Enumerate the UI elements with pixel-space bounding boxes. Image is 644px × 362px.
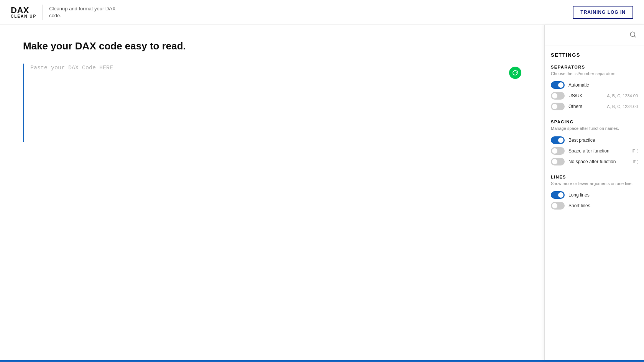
settings-panel: SETTINGS SEPARATORS Choose the list/numb… — [545, 46, 644, 225]
separator-usuk-row: US/UK A, B, C, 1234.00 — [551, 92, 638, 100]
header-tagline: Cleanup and format your DAX code. — [49, 5, 126, 19]
separator-automatic-label: Automatic — [568, 82, 589, 88]
spacing-title: SPACING — [551, 120, 638, 124]
separator-automatic-row: Automatic — [551, 81, 638, 89]
spacing-space-after-row: Space after function IF ( — [551, 147, 638, 155]
spacing-bestpractice-label: Best practice — [568, 138, 595, 143]
spacing-no-space-toggle[interactable] — [551, 158, 565, 165]
refresh-icon — [512, 70, 518, 76]
logo: DAX CLEAN UP — [11, 6, 36, 18]
separator-automatic-toggle[interactable] — [551, 81, 565, 89]
logo-divider — [43, 5, 43, 20]
separator-others-toggle[interactable] — [551, 103, 565, 110]
logo-cleanup: CLEAN UP — [11, 15, 36, 18]
lines-short-row: Short lines — [551, 202, 638, 210]
spacing-space-after-toggle[interactable] — [551, 147, 565, 155]
footer-bar — [0, 360, 644, 362]
lines-title: LINES — [551, 175, 638, 179]
spacing-no-space-hint: IF( — [633, 159, 638, 164]
lines-long-label: Long lines — [568, 192, 590, 198]
lines-section: LINES Show more or fewer arguments on on… — [551, 175, 638, 210]
separators-title: SEPARATORS — [551, 65, 638, 69]
svg-line-1 — [634, 36, 635, 37]
separator-usuk-label: US/UK — [568, 93, 583, 98]
lines-desc: Show more or fewer arguments on one line… — [551, 181, 638, 187]
separator-others-hint: A; B; C, 1234.00 — [607, 104, 638, 109]
separators-section: SEPARATORS Choose the list/number separa… — [551, 65, 638, 110]
header-left: DAX CLEAN UP Cleanup and format your DAX… — [11, 5, 126, 20]
separator-usuk-toggle[interactable] — [551, 92, 565, 100]
search-icon — [629, 31, 636, 38]
separator-others-label: Others — [568, 104, 582, 109]
content-area: Make your DAX code easy to read. — [0, 25, 544, 360]
page-title: Make your DAX code easy to read. — [23, 40, 529, 52]
settings-title: SETTINGS — [551, 52, 638, 58]
search-button[interactable] — [628, 29, 638, 41]
lines-short-toggle[interactable] — [551, 202, 565, 210]
spacing-no-space-row: No space after function IF( — [551, 158, 638, 165]
spacing-no-space-label: No space after function — [568, 159, 616, 164]
logo-dax: DAX — [11, 6, 36, 15]
lines-long-row: Long lines — [551, 191, 638, 199]
header: DAX CLEAN UP Cleanup and format your DAX… — [0, 0, 644, 25]
search-bar — [545, 25, 644, 46]
dax-code-input[interactable] — [30, 64, 529, 140]
editor-wrapper — [23, 64, 529, 142]
main-area: Make your DAX code easy to read. SETTING… — [0, 25, 644, 360]
separators-desc: Choose the list/number separators. — [551, 71, 638, 77]
spacing-space-after-hint: IF ( — [632, 149, 638, 153]
lines-long-toggle[interactable] — [551, 191, 565, 199]
spacing-section: SPACING Manage space after function name… — [551, 120, 638, 165]
separator-usuk-hint: A, B, C, 1234.00 — [607, 93, 638, 98]
spacing-desc: Manage space after function names. — [551, 126, 638, 131]
spacing-bestpractice-toggle[interactable] — [551, 136, 565, 144]
settings-sidebar: SETTINGS SEPARATORS Choose the list/numb… — [544, 25, 644, 360]
separator-others-row: Others A; B; C, 1234.00 — [551, 103, 638, 110]
lines-short-label: Short lines — [568, 203, 590, 208]
spacing-space-after-label: Space after function — [568, 148, 610, 154]
training-login-button[interactable]: TRAINING LOG IN — [573, 6, 633, 19]
spacing-bestpractice-row: Best practice — [551, 136, 638, 144]
refresh-button[interactable] — [509, 67, 521, 79]
